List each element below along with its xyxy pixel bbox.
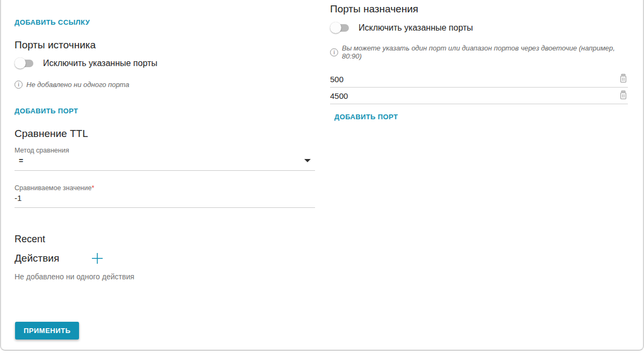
required-asterisk: * xyxy=(91,184,94,192)
actions-header: Действия xyxy=(15,251,315,265)
ttl-method-value: = xyxy=(19,156,23,165)
exclude-source-ports-toggle[interactable] xyxy=(15,57,34,69)
toggle-knob xyxy=(15,57,26,69)
exclude-source-ports-label: Исключить указанные порты xyxy=(43,59,158,68)
ttl-comparison-title: Сравнение TTL xyxy=(15,128,315,140)
right-column: Порты назначения Исключить указанные пор… xyxy=(316,0,643,350)
ttl-value-field: Сравниваемое значение* xyxy=(15,184,315,208)
dest-ports-exclude-row: Исключить указанные порты xyxy=(330,22,628,33)
source-ports-exclude-row: Исключить указанные порты xyxy=(15,57,315,69)
left-column: ДОБАВИТЬ ССЫЛКУ Порты источника Исключит… xyxy=(1,0,316,350)
exclude-dest-ports-toggle[interactable] xyxy=(330,22,350,33)
exclude-dest-ports-label: Исключить указанные порты xyxy=(359,23,473,33)
add-action-button[interactable] xyxy=(90,251,104,265)
toggle-knob xyxy=(330,22,341,33)
dest-ports-list xyxy=(330,71,628,104)
source-ports-empty-row: i Не добавлено ни одного порта xyxy=(15,81,315,89)
chevron-down-icon xyxy=(304,159,311,162)
ttl-value-input[interactable] xyxy=(15,192,315,207)
source-ports-title: Порты источника xyxy=(15,39,315,51)
plus-icon xyxy=(90,251,104,265)
destination-ports-title: Порты назначения xyxy=(330,3,628,15)
dest-ports-hint: Вы можете указать один порт или диапазон… xyxy=(342,44,628,60)
trash-icon xyxy=(619,73,628,83)
delete-port-button[interactable] xyxy=(614,90,628,102)
ttl-value-label-text: Сравниваемое значение xyxy=(15,184,91,192)
delete-port-button[interactable] xyxy=(614,73,628,85)
settings-panel: ДОБАВИТЬ ССЫЛКУ Порты источника Исключит… xyxy=(0,0,644,351)
source-ports-empty-note: Не добавлено ни одного порта xyxy=(26,81,130,89)
actions-empty-note: Не добавлено ни одного действия xyxy=(15,272,315,281)
ttl-method-select[interactable]: = xyxy=(15,154,315,171)
add-dest-port-button[interactable]: ДОБАВИТЬ ПОРТ xyxy=(330,112,402,122)
ttl-value-label: Сравниваемое значение* xyxy=(15,184,315,192)
trash-icon xyxy=(619,90,628,100)
ttl-method-field: Метод сравнения = xyxy=(15,147,315,171)
add-link-button[interactable]: ДОБАВИТЬ ССЫЛКУ xyxy=(10,17,94,27)
recent-title: Recent xyxy=(15,234,315,245)
dest-ports-hint-row: i Вы можете указать один порт или диапаз… xyxy=(330,44,628,60)
ttl-method-label: Метод сравнения xyxy=(15,147,315,154)
add-source-port-button[interactable]: ДОБАВИТЬ ПОРТ xyxy=(10,106,82,116)
dest-port-input-2[interactable] xyxy=(330,91,614,100)
info-icon: i xyxy=(15,81,23,89)
info-icon: i xyxy=(330,48,338,56)
port-row xyxy=(330,71,628,88)
dest-port-input-1[interactable] xyxy=(330,75,614,84)
apply-button[interactable]: ПРИМЕНИТЬ xyxy=(15,322,79,339)
port-row xyxy=(330,88,628,104)
actions-title: Действия xyxy=(15,252,59,264)
